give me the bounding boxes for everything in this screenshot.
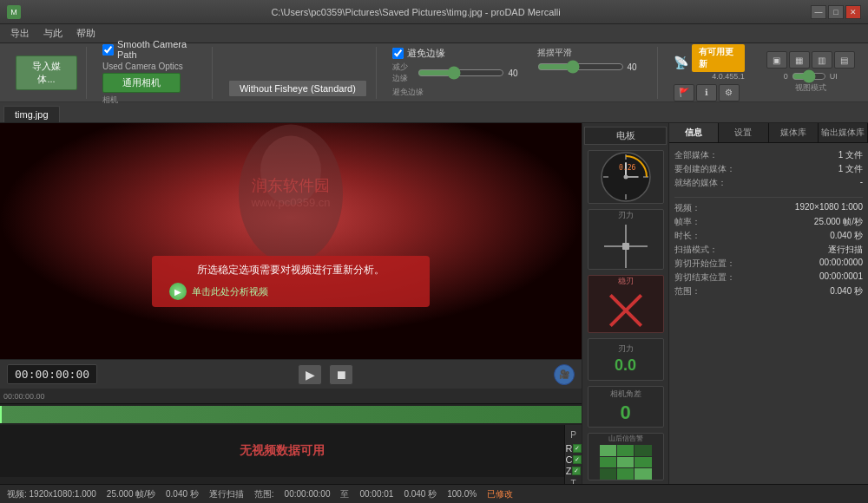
status-range-label: 范围: xyxy=(254,488,274,500)
menu-export[interactable]: 导出 xyxy=(3,25,36,42)
reduce-slider[interactable] xyxy=(418,67,504,79)
color-cell-4 xyxy=(600,457,616,468)
cut-end-val: 00:00:0001 xyxy=(819,271,863,284)
flag-icon-btn[interactable]: 🚩 xyxy=(674,84,694,101)
info-row-cut-start: 剪切开始位置： 00:00:0000 xyxy=(674,257,863,271)
tab-media[interactable]: 媒体库 xyxy=(769,123,819,142)
info-row-duration: 时长： 0.040 秒 xyxy=(674,229,863,243)
c-checkbox[interactable]: ✓ xyxy=(573,455,581,464)
sidebar-letter-t[interactable]: T xyxy=(566,477,582,484)
color-card[interactable]: 山后信告警 xyxy=(588,433,664,480)
stop-button[interactable]: ⏹ xyxy=(329,364,353,385)
timeline-controls: 00:00:00:00 ▶ ⏹ 🎥 xyxy=(0,359,582,389)
view-4-btn[interactable]: ▤ xyxy=(834,51,855,69)
info-row-framerate: 帧率： 25.000 帧/秒 xyxy=(674,215,863,229)
timeline-track[interactable] xyxy=(0,406,582,423)
stabilize-group: 摇摆平滑 40 xyxy=(537,47,648,98)
electric-panel-header[interactable]: 电板 xyxy=(584,127,667,145)
view-mode-icons-top: ▣ ▦ ▥ ▤ xyxy=(766,51,855,69)
sidebar-c-label: C xyxy=(566,454,573,465)
color-cell-8 xyxy=(617,468,634,480)
stabilize-label: 摇摆平滑 xyxy=(537,47,572,59)
update-badge[interactable]: 有可用更新 xyxy=(692,44,745,72)
color-cell-6 xyxy=(635,457,651,468)
analyze-label: 单击此处分析视频 xyxy=(192,285,268,298)
update-group: 📡 有可用更新 4.0.455.1 🚩 ℹ ⚙ xyxy=(665,47,753,99)
status-modified: 已修改 xyxy=(487,488,513,500)
scan-key: 扫描模式： xyxy=(674,244,718,256)
window-title: C:\Users\pc0359\Pictures\Saved Pictures\… xyxy=(21,7,811,17)
stabilize-slider-row: 40 xyxy=(537,61,648,73)
file-tab-timg[interactable]: timg.jpg xyxy=(3,106,60,122)
video-image xyxy=(0,123,582,359)
z-checkbox[interactable]: ✓ xyxy=(572,467,581,475)
start-time-marker: 00:00:00.00 xyxy=(3,392,45,401)
tab-info[interactable]: 信息 xyxy=(669,123,719,142)
smooth-camera-path-row: Smooth Camera Path xyxy=(102,39,203,60)
view-3-btn[interactable]: ▥ xyxy=(812,51,832,69)
info-icon-btn[interactable]: ℹ xyxy=(696,84,717,101)
number-display: 0 xyxy=(784,72,788,81)
timeline-area: 00:00:00.00 无视频数据可用 P R ✓ C xyxy=(0,389,582,484)
info-row-cut-end: 剪切结束位置： 00:00:0001 xyxy=(674,271,863,284)
info-row-range: 范围： 0.040 秒 xyxy=(674,284,863,298)
clock-svg: 0.26 xyxy=(600,151,652,203)
timeline-header: 00:00:00.00 xyxy=(0,389,582,404)
status-video-info: 视频: 1920x1080:1.000 xyxy=(7,488,96,500)
info-row-total-media: 全部媒体： 1 文件 xyxy=(674,148,863,162)
play-button[interactable]: ▶ xyxy=(298,364,322,385)
to-create-val: 1 文件 xyxy=(838,163,863,175)
color-grid xyxy=(600,445,652,480)
reduce-slider-row: 减少边缘 40 xyxy=(392,62,523,84)
view-2-btn[interactable]: ▦ xyxy=(789,51,810,69)
close-button[interactable]: ✕ xyxy=(845,5,861,19)
menu-help[interactable]: 帮助 xyxy=(69,25,102,42)
sidebar-letters: P R ✓ C ✓ Z ✓ T S xyxy=(564,425,582,484)
used-camera-optics-label: Used Camera Optics xyxy=(102,62,183,71)
sidebar-letter-c-check: C ✓ xyxy=(566,454,582,465)
tab-output[interactable]: 输出媒体库 xyxy=(819,123,868,142)
window-controls: — □ ✕ xyxy=(811,5,861,19)
camera-card[interactable]: 相机角差 0 xyxy=(588,386,664,428)
restore-button[interactable]: □ xyxy=(828,5,844,19)
svg-text:0.26: 0.26 xyxy=(619,164,635,172)
right-panel: 信息 设置 媒体库 输出媒体库 全部媒体： 1 文件 要创建的媒体： 1 文件 … xyxy=(668,123,868,484)
sidebar-letter-r-check: R ✓ xyxy=(566,443,582,454)
view-mode-slider[interactable] xyxy=(792,70,826,82)
stabilize-value: 40 xyxy=(628,62,648,72)
sidebar-letter-p[interactable]: P xyxy=(566,428,582,442)
status-range-dur: 0.040 秒 xyxy=(404,488,437,500)
stabilize-slider[interactable] xyxy=(537,61,624,73)
toolbar: 导入媒体... Smooth Camera Path Used Camera O… xyxy=(0,43,868,102)
rss-icon: 📡 xyxy=(674,56,688,69)
video-art xyxy=(0,123,582,359)
import-button[interactable]: 导入媒体... xyxy=(16,56,77,90)
import-group: 导入媒体... xyxy=(7,47,87,99)
camera-type-dropdown[interactable]: 通用相机 xyxy=(102,73,181,93)
smooth-camera-path-checkbox[interactable] xyxy=(102,44,114,56)
cut-end-key: 剪切结束位置： xyxy=(674,271,735,284)
status-scan: 逐行扫描 xyxy=(209,488,244,500)
status-zoom: 100.0% xyxy=(447,489,477,499)
optics-dropdown[interactable]: Without Fisheye (Standard) xyxy=(228,80,367,97)
clock-card[interactable]: 0.26 xyxy=(588,150,664,204)
range-key: 范围： xyxy=(674,285,700,297)
time-display: 00:00:00:00 xyxy=(7,364,97,384)
crosshair-card[interactable]: 刃力 xyxy=(588,209,664,270)
minimize-button[interactable]: — xyxy=(811,5,826,19)
camera-button[interactable]: 🎥 xyxy=(554,364,575,385)
avoid-edge-checkbox[interactable] xyxy=(392,48,404,59)
color-cell-9 xyxy=(635,468,651,480)
tab-area: timg.jpg xyxy=(0,102,868,123)
menu-compare[interactable]: 与此 xyxy=(36,25,69,42)
duration-val: 0.040 秒 xyxy=(830,230,863,242)
x-card[interactable]: 稳刃 xyxy=(588,275,664,333)
sidebar-z-label: Z xyxy=(566,466,572,476)
view-1-btn[interactable]: ▣ xyxy=(766,51,787,69)
r-checkbox[interactable]: ✓ xyxy=(573,444,581,453)
tab-settings[interactable]: 设置 xyxy=(719,123,768,142)
settings-icon-btn[interactable]: ⚙ xyxy=(719,84,740,101)
number-card[interactable]: 刃力 0.0 xyxy=(588,338,664,381)
analyze-button[interactable]: ▶ 单击此处分析视频 xyxy=(169,283,268,300)
smooth-camera-path-label: Smooth Camera Path xyxy=(117,39,203,60)
